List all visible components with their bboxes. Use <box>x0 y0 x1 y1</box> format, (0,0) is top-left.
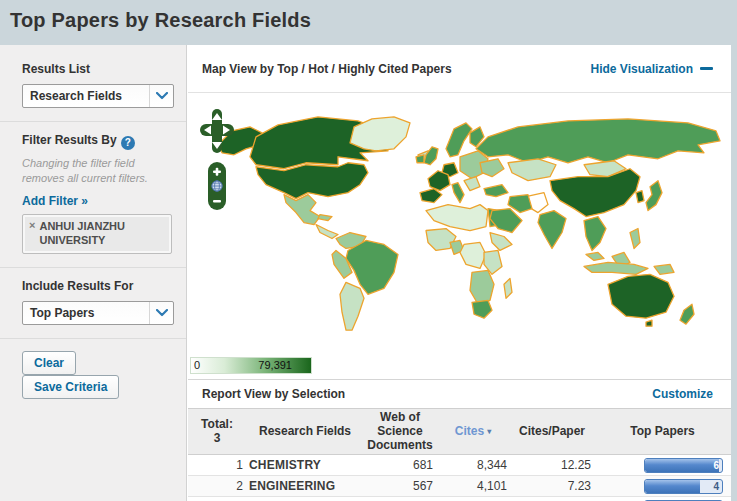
region-southern-africa[interactable] <box>470 270 494 304</box>
legend-max-value: 79,391 <box>258 359 292 371</box>
globe-icon <box>212 181 222 191</box>
column-header-research-fields[interactable]: Research Fields <box>246 409 364 455</box>
table-header-row: Total: 3 Research Fields Web of Science … <box>188 409 731 455</box>
results-list-label: Results List <box>22 62 174 76</box>
top-papers-bar-fill <box>645 459 719 472</box>
region-indonesia[interactable] <box>584 262 648 274</box>
map-panel-header: Map View by Top / Hot / Highly Cited Pap… <box>188 45 731 93</box>
region-ukraine[interactable] <box>480 159 504 177</box>
region-south-africa[interactable] <box>472 300 492 318</box>
region-russia[interactable] <box>476 119 720 163</box>
sort-descending-icon: ▾ <box>487 427 491 436</box>
top-papers-bar: 4 <box>644 479 723 494</box>
top-papers-value: 4 <box>713 481 719 492</box>
add-filter-link[interactable]: Add Filter » <box>22 194 88 208</box>
map-panel-title: Map View by Top / Hot / Highly Cited Pap… <box>202 62 452 76</box>
table-row: 2 ENGINEERING 567 4,101 7.23 4 <box>188 476 731 497</box>
table-row: 1 CHEMISTRY 681 8,344 12.25 6 <box>188 455 731 476</box>
region-mexico[interactable] <box>284 195 320 225</box>
chevron-down-icon <box>149 302 173 324</box>
row-docs: 567 <box>364 476 436 497</box>
region-kazakhstan[interactable] <box>508 159 556 181</box>
map-pan-control[interactable] <box>200 109 234 153</box>
filter-note: Changing the filter field removes all cu… <box>22 156 174 186</box>
region-turkey[interactable] <box>484 185 508 197</box>
region-argentina[interactable] <box>340 282 364 330</box>
row-cites-per-paper: 7.23 <box>510 476 594 497</box>
region-balkans[interactable] <box>464 177 480 191</box>
filter-results-by-label: Filter Results By? <box>22 133 174 150</box>
region-madagascar[interactable] <box>504 278 512 298</box>
table-row: 0 ALL FIELDS 2,677 26,008 9.72 27 <box>188 497 731 501</box>
save-criteria-button[interactable]: Save Criteria <box>22 375 119 399</box>
clear-button[interactable]: Clear <box>22 351 76 375</box>
map-color-legend: 0 79,391 <box>190 357 312 374</box>
region-usa[interactable] <box>256 163 368 199</box>
main-content: Map View by Top / Hot / Highly Cited Pap… <box>188 45 731 501</box>
row-cites-per-paper: 9.72 <box>510 497 594 501</box>
world-map[interactable] <box>188 93 731 379</box>
region-india[interactable] <box>538 211 566 249</box>
region-papua-new-guinea[interactable] <box>654 264 674 274</box>
results-list-select[interactable]: Research Fields <box>22 84 174 108</box>
filter-chip-label: ANHUI JIANZHU UNIVERSITY <box>39 219 159 248</box>
region-france[interactable] <box>428 171 450 191</box>
app-window: Top Papers by Research Fields Results Li… <box>0 0 737 501</box>
report-panel-header: Report View by Selection Customize <box>188 380 731 408</box>
sidebar-divider <box>0 338 186 339</box>
column-header-wos-documents[interactable]: Web of Science Documents <box>364 409 436 455</box>
chevron-down-icon <box>149 85 173 107</box>
active-filter-chip[interactable]: ×ANHUI JIANZHU UNIVERSITY <box>22 214 172 254</box>
row-cites: 26,008 <box>436 497 510 501</box>
top-papers-bar: 6 <box>644 458 723 473</box>
include-results-select[interactable]: Top Papers <box>22 301 174 325</box>
row-rank: 0 <box>188 497 246 501</box>
region-italy[interactable] <box>452 183 464 203</box>
region-cuba[interactable] <box>318 215 332 221</box>
customize-link[interactable]: Customize <box>652 387 713 401</box>
region-indochina[interactable] <box>584 217 606 251</box>
page-edge-strip <box>731 45 737 501</box>
region-scandinavia[interactable] <box>446 123 472 157</box>
row-docs: 2,677 <box>364 497 436 501</box>
include-results-label: Include Results For <box>22 279 174 293</box>
zoom-out-icon <box>213 200 221 203</box>
top-papers-value: 6 <box>713 460 719 471</box>
region-japan[interactable] <box>646 181 662 211</box>
remove-filter-icon[interactable]: × <box>29 219 35 231</box>
region-australia[interactable] <box>608 274 674 318</box>
page-header: Top Papers by Research Fields <box>0 0 737 45</box>
report-panel-title: Report View by Selection <box>202 387 345 401</box>
map-zoom-control[interactable] <box>208 162 226 210</box>
region-central-america[interactable] <box>316 225 338 239</box>
column-header-top-papers[interactable]: Top Papers <box>594 409 731 455</box>
map-view[interactable]: 0 79,391 <box>188 93 731 380</box>
page-title: Top Papers by Research Fields <box>0 0 737 32</box>
region-malaysia[interactable] <box>586 252 604 260</box>
field-link[interactable]: ENGINEERING <box>249 479 335 493</box>
column-header-cites-per-paper[interactable]: Cites/Paper <box>510 409 594 455</box>
region-tasmania[interactable] <box>646 320 652 326</box>
help-icon[interactable]: ? <box>121 136 135 150</box>
field-link[interactable]: CHEMISTRY <box>249 458 321 472</box>
row-cites-per-paper: 12.25 <box>510 455 594 476</box>
row-rank: 2 <box>188 476 246 497</box>
legend-min-value: 0 <box>194 359 200 371</box>
column-header-total: Total: 3 <box>188 409 246 455</box>
column-header-cites[interactable]: Cites▾ <box>436 409 510 455</box>
region-central-africa[interactable] <box>460 242 486 268</box>
region-korea[interactable] <box>636 191 644 203</box>
region-new-zealand[interactable] <box>680 304 694 324</box>
row-cites: 4,101 <box>436 476 510 497</box>
region-north-africa[interactable] <box>426 205 488 231</box>
region-ireland[interactable] <box>416 155 424 163</box>
hide-visualization-link[interactable]: Hide Visualization <box>591 62 713 76</box>
row-cites: 8,344 <box>436 455 510 476</box>
region-uk[interactable] <box>424 147 438 165</box>
region-philippines[interactable] <box>630 229 640 249</box>
sidebar: Results List Research Fields Filter Resu… <box>0 45 187 501</box>
region-saudi-arabia[interactable] <box>490 209 522 233</box>
row-rank: 1 <box>188 455 246 476</box>
collapse-icon <box>700 67 713 70</box>
region-horn-of-africa[interactable] <box>490 233 512 251</box>
